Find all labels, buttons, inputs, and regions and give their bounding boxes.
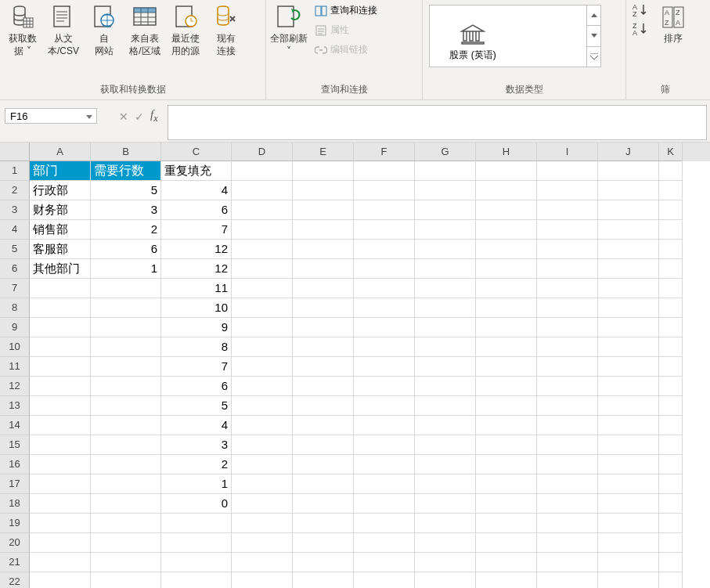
cell-E1[interactable]	[293, 161, 354, 181]
cell-I17[interactable]	[537, 474, 598, 494]
cell-D20[interactable]	[232, 533, 293, 553]
cell-G16[interactable]	[415, 455, 476, 474]
cell-A21[interactable]	[30, 553, 91, 572]
cell-H6[interactable]	[476, 259, 537, 279]
cell-H8[interactable]	[476, 298, 537, 318]
cell-C6[interactable]: 12	[161, 259, 232, 279]
cell-F1[interactable]	[354, 161, 415, 181]
cell-B3[interactable]: 3	[91, 200, 161, 220]
cell-K20[interactable]	[659, 533, 683, 553]
cell-F9[interactable]	[354, 318, 415, 337]
ribbon-btn-0[interactable]: 获取数据 ˅	[3, 2, 42, 59]
cell-K19[interactable]	[659, 514, 683, 533]
cell-K3[interactable]	[659, 200, 683, 220]
cell-I21[interactable]	[537, 553, 598, 572]
cell-G1[interactable]	[415, 161, 476, 181]
cell-H4[interactable]	[476, 220, 537, 240]
cell-K9[interactable]	[659, 318, 683, 337]
cell-B12[interactable]	[91, 377, 161, 396]
ribbon-btn-1[interactable]: 从文本/CSV	[44, 2, 83, 59]
cell-C15[interactable]: 3	[161, 435, 232, 455]
cell-K17[interactable]	[659, 474, 683, 494]
cell-H2[interactable]	[476, 181, 537, 200]
cell-H3[interactable]	[476, 200, 537, 220]
cell-G2[interactable]	[415, 181, 476, 200]
cell-K1[interactable]	[659, 161, 683, 181]
cell-J15[interactable]	[598, 435, 659, 455]
cell-E2[interactable]	[293, 181, 354, 200]
cell-B6[interactable]: 1	[91, 259, 161, 279]
cell-G9[interactable]	[415, 318, 476, 337]
cell-J19[interactable]	[598, 514, 659, 533]
cell-A7[interactable]	[30, 279, 91, 298]
gallery-down-button[interactable]	[587, 26, 600, 46]
cell-D1[interactable]	[232, 161, 293, 181]
cell-J17[interactable]	[598, 474, 659, 494]
cell-F11[interactable]	[354, 357, 415, 377]
cell-C11[interactable]: 7	[161, 357, 232, 377]
cell-D14[interactable]	[232, 416, 293, 435]
row-header-8[interactable]: 8	[0, 298, 30, 318]
cell-G3[interactable]	[415, 200, 476, 220]
cell-J14[interactable]	[598, 416, 659, 435]
col-header-F[interactable]: F	[354, 142, 415, 161]
cell-F21[interactable]	[354, 553, 415, 572]
cell-B15[interactable]	[91, 435, 161, 455]
cell-K11[interactable]	[659, 357, 683, 377]
cell-D6[interactable]	[232, 259, 293, 279]
cell-E19[interactable]	[293, 514, 354, 533]
cell-E20[interactable]	[293, 533, 354, 553]
cell-H12[interactable]	[476, 377, 537, 396]
cell-C12[interactable]: 6	[161, 377, 232, 396]
ribbon-btn-2[interactable]: 自网站	[85, 2, 124, 59]
cell-J13[interactable]	[598, 396, 659, 416]
row-header-12[interactable]: 12	[0, 377, 30, 396]
cell-J1[interactable]	[598, 161, 659, 181]
cell-F5[interactable]	[354, 240, 415, 259]
col-header-G[interactable]: G	[415, 142, 476, 161]
cell-D10[interactable]	[232, 337, 293, 357]
cell-G13[interactable]	[415, 396, 476, 416]
cell-F8[interactable]	[354, 298, 415, 318]
cell-H22[interactable]	[476, 572, 537, 588]
cell-A22[interactable]	[30, 572, 91, 588]
ribbon-small-0[interactable]: 查询和连接	[310, 2, 382, 20]
cell-G4[interactable]	[415, 220, 476, 240]
cell-I5[interactable]	[537, 240, 598, 259]
row-header-6[interactable]: 6	[0, 259, 30, 279]
cell-F4[interactable]	[354, 220, 415, 240]
cell-K4[interactable]	[659, 220, 683, 240]
cell-B8[interactable]	[91, 298, 161, 318]
cell-E13[interactable]	[293, 396, 354, 416]
cell-I20[interactable]	[537, 533, 598, 553]
cell-K2[interactable]	[659, 181, 683, 200]
row-header-7[interactable]: 7	[0, 279, 30, 298]
cell-I15[interactable]	[537, 435, 598, 455]
cell-E11[interactable]	[293, 357, 354, 377]
cell-D18[interactable]	[232, 494, 293, 514]
cell-K5[interactable]	[659, 240, 683, 259]
cell-E21[interactable]	[293, 553, 354, 572]
cell-J21[interactable]	[598, 553, 659, 572]
cell-B10[interactable]	[91, 337, 161, 357]
cell-G10[interactable]	[415, 337, 476, 357]
sort-dialog-button[interactable]: AZZA 排序	[656, 2, 690, 47]
row-header-18[interactable]: 18	[0, 494, 30, 514]
cell-J10[interactable]	[598, 337, 659, 357]
name-box[interactable]: F16	[5, 108, 97, 124]
cell-A14[interactable]	[30, 416, 91, 435]
cell-G8[interactable]	[415, 298, 476, 318]
cell-H7[interactable]	[476, 279, 537, 298]
cell-G7[interactable]	[415, 279, 476, 298]
cell-H5[interactable]	[476, 240, 537, 259]
row-header-10[interactable]: 10	[0, 337, 30, 357]
cell-D15[interactable]	[232, 435, 293, 455]
cell-G11[interactable]	[415, 357, 476, 377]
cell-I6[interactable]	[537, 259, 598, 279]
ribbon-btn-3[interactable]: 来自表格/区域	[125, 2, 164, 59]
cell-D7[interactable]	[232, 279, 293, 298]
cell-B1[interactable]: 需要行数	[91, 161, 161, 181]
cell-H18[interactable]	[476, 494, 537, 514]
cell-I16[interactable]	[537, 455, 598, 474]
cell-K10[interactable]	[659, 337, 683, 357]
